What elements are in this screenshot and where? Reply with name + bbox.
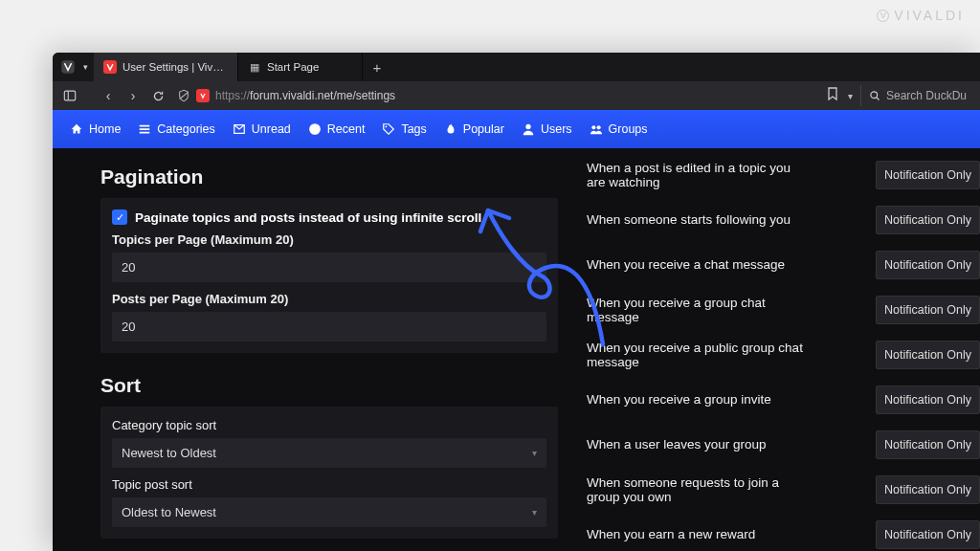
cat-sort-select[interactable]: Newest to Oldest▾: [112, 438, 546, 468]
notif-text: When a post is edited in a topic you are…: [587, 161, 807, 189]
notif-select[interactable]: Notification Only: [876, 341, 980, 369]
posts-label: Posts per Page (Maximum 20): [112, 292, 546, 306]
notif-select[interactable]: Notification Only: [876, 386, 980, 414]
nav-popular[interactable]: Popular: [444, 122, 504, 136]
notif-text: When you receive a group invite: [587, 392, 771, 407]
tab-startpage[interactable]: ▦ Start Page: [238, 53, 363, 81]
notif-text: When you receive a public group chat mes…: [587, 341, 807, 369]
paginate-checkbox[interactable]: ✓: [112, 209, 127, 225]
svg-point-9: [525, 124, 530, 129]
svg-point-5: [871, 92, 878, 99]
nav-tags[interactable]: Tags: [382, 122, 426, 136]
site-favicon-icon: [196, 89, 210, 102]
notif-text: When someone requests to join a group yo…: [587, 475, 807, 504]
notif-text: When you receive a chat message: [587, 257, 785, 272]
notif-select[interactable]: Notification Only: [876, 475, 980, 504]
notification-list: When a post is edited in a topic you are…: [569, 148, 980, 551]
posts-input[interactable]: 20: [112, 312, 546, 342]
vivaldi-watermark: VVIVALDI: [877, 8, 965, 23]
reload-button[interactable]: [146, 84, 169, 107]
sort-title: Sort: [100, 374, 558, 397]
chevron-down-icon: ▾: [532, 507, 537, 518]
notif-select[interactable]: Notification Only: [876, 296, 980, 324]
sort-panel: Category topic sort Newest to Oldest▾ To…: [100, 407, 558, 539]
svg-rect-2: [64, 91, 75, 100]
forum-nav: Home Categories Unread Recent Tags Popul…: [53, 110, 980, 148]
nav-categories[interactable]: Categories: [138, 122, 214, 136]
pagination-title: Pagination: [100, 165, 558, 188]
back-button[interactable]: ‹: [97, 84, 120, 107]
nav-users[interactable]: Users: [522, 122, 572, 136]
notif-text: When you earn a new reward: [587, 527, 755, 541]
panel-toggle-icon[interactable]: [58, 84, 81, 107]
search-placeholder: Search DuckDu: [886, 89, 967, 102]
nav-groups[interactable]: Groups: [590, 122, 648, 136]
menu-caret-icon[interactable]: ▾: [83, 62, 88, 72]
settings-content: Pagination ✓ Paginate topics and posts i…: [53, 148, 980, 551]
bookmark-icon[interactable]: [827, 87, 838, 104]
notif-select[interactable]: Notification Only: [876, 251, 980, 279]
pagination-panel: ✓ Paginate topics and posts instead of u…: [100, 198, 558, 353]
startpage-grid-icon: ▦: [248, 60, 261, 74]
notif-select[interactable]: Notification Only: [876, 430, 980, 459]
url-text: https://forum.vivaldi.net/me/settings: [215, 89, 395, 102]
chevron-down-icon: ▾: [532, 448, 537, 458]
topics-input[interactable]: 20: [112, 253, 546, 282]
forward-button[interactable]: ›: [122, 84, 145, 107]
search-icon: [869, 90, 880, 101]
notif-select[interactable]: Notification Only: [876, 520, 980, 549]
cat-sort-label: Category topic sort: [112, 418, 546, 432]
url-field[interactable]: https://forum.vivaldi.net/me/settings: [171, 85, 825, 106]
tab-title: User Settings | Vivaldi Forum: [122, 61, 228, 73]
svg-point-10: [591, 125, 595, 129]
chevron-down-icon[interactable]: ▾: [848, 91, 853, 101]
tab-bar: ▾ User Settings | Vivaldi Forum ▦ Start …: [53, 53, 980, 81]
topic-sort-select[interactable]: Oldest to Newest▾: [112, 497, 546, 527]
vivaldi-favicon-icon: [103, 60, 117, 74]
nav-unread[interactable]: Unread: [233, 122, 291, 136]
notif-text: When you receive a group chat message: [587, 296, 807, 324]
svg-point-11: [596, 125, 600, 129]
shield-icon[interactable]: [177, 89, 190, 102]
topic-sort-label: Topic post sort: [112, 477, 546, 492]
tab-title: Start Page: [267, 61, 319, 73]
topics-label: Topics per Page (Maximum 20): [112, 232, 546, 247]
tab-active[interactable]: User Settings | Vivaldi Forum: [94, 53, 238, 81]
notif-select[interactable]: Notification Only: [876, 161, 980, 189]
svg-point-8: [386, 126, 388, 128]
svg-line-6: [877, 98, 879, 99]
svg-line-4: [180, 93, 189, 99]
browser-window: ▾ User Settings | Vivaldi Forum ▦ Start …: [53, 53, 980, 551]
nav-recent[interactable]: Recent: [308, 122, 366, 136]
new-tab-button[interactable]: +: [363, 59, 391, 76]
paginate-label: Paginate topics and posts instead of usi…: [135, 210, 481, 225]
notif-text: When a user leaves your group: [587, 437, 767, 452]
notif-text: When someone starts following you: [587, 212, 791, 227]
nav-home[interactable]: Home: [70, 122, 121, 136]
notif-select[interactable]: Notification Only: [876, 206, 980, 234]
address-bar: ‹ › https://forum.vivaldi.net/me/setting…: [53, 81, 980, 110]
search-box[interactable]: Search DuckDu: [860, 85, 974, 106]
svg-rect-1: [103, 60, 117, 74]
vivaldi-menu-button[interactable]: [56, 55, 79, 78]
